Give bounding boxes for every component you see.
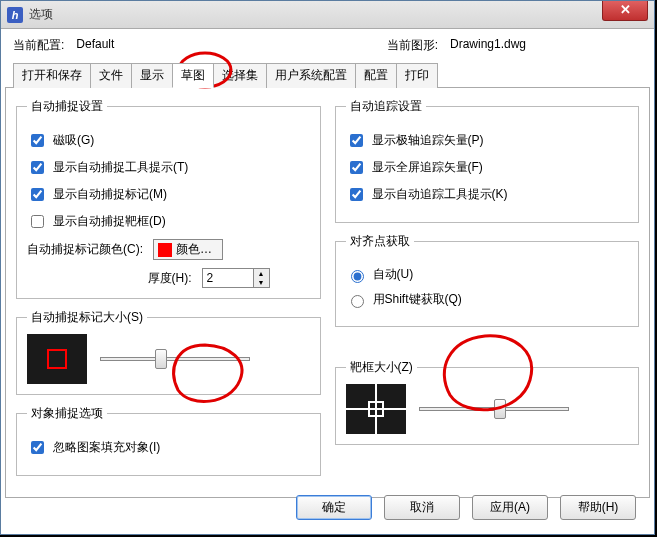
ignore-hatch-checkbox[interactable] xyxy=(31,441,44,454)
current-drawing-label: 当前图形: xyxy=(387,37,438,54)
slider-thumb[interactable] xyxy=(494,399,506,419)
tab-print[interactable]: 打印 xyxy=(396,63,438,88)
autosnap-legend: 自动捕捉设置 xyxy=(27,98,107,115)
track-tooltip-label: 显示自动追踪工具提示(K) xyxy=(372,186,508,203)
cancel-button[interactable]: 取消 xyxy=(384,495,460,520)
right-column: 自动追踪设置 显示极轴追踪矢量(P) 显示全屏追踪矢量(F) 显示自动追踪工具提… xyxy=(335,98,640,487)
tab-file[interactable]: 文件 xyxy=(90,63,132,88)
ok-button[interactable]: 确定 xyxy=(296,495,372,520)
left-column: 自动捕捉设置 磁吸(G) 显示自动捕捉工具提示(T) 显示自动捕捉标记(M) xyxy=(16,98,321,487)
tab-display[interactable]: 显示 xyxy=(131,63,173,88)
align-auto-label: 自动(U) xyxy=(373,266,414,283)
app-icon: h xyxy=(7,7,23,23)
config-row: 当前配置: Default 当前图形: Drawing1.dwg xyxy=(5,33,650,58)
thickness-spinner[interactable]: ▲ ▼ xyxy=(202,268,270,288)
magnet-label: 磁吸(G) xyxy=(53,132,94,149)
fullscreen-track-label: 显示全屏追踪矢量(F) xyxy=(372,159,483,176)
help-button[interactable]: 帮助(H) xyxy=(560,495,636,520)
window-title: 选项 xyxy=(29,6,53,23)
align-auto-radio[interactable] xyxy=(351,270,364,283)
marker-size-slider[interactable] xyxy=(100,349,250,369)
snap-marker-label: 显示自动捕捉标记(M) xyxy=(53,186,167,203)
thickness-input[interactable] xyxy=(203,269,253,287)
snap-tooltip-label: 显示自动捕捉工具提示(T) xyxy=(53,159,188,176)
target-size-slider[interactable] xyxy=(419,399,569,419)
apply-button[interactable]: 应用(A) xyxy=(472,495,548,520)
magnet-checkbox[interactable] xyxy=(31,134,44,147)
snap-aperture-label: 显示自动捕捉靶框(D) xyxy=(53,213,166,230)
align-shift-radio[interactable] xyxy=(351,295,364,308)
align-shift-label: 用Shift键获取(Q) xyxy=(373,291,462,308)
autosnap-group: 自动捕捉设置 磁吸(G) 显示自动捕捉工具提示(T) 显示自动捕捉标记(M) xyxy=(16,98,321,299)
tab-open-save[interactable]: 打开和保存 xyxy=(13,63,91,88)
dialog-buttons: 确定 取消 应用(A) 帮助(H) xyxy=(296,495,636,520)
marker-color-button[interactable]: 颜色… xyxy=(153,239,223,260)
titlebar: h 选项 ✕ xyxy=(1,1,654,29)
slider-thumb[interactable] xyxy=(155,349,167,369)
tab-strip: 打开和保存 文件 显示 草图 选择集 用户系统配置 配置 打印 xyxy=(5,62,650,88)
align-point-legend: 对齐点获取 xyxy=(346,233,414,250)
target-square-icon xyxy=(368,401,384,417)
options-dialog: h 选项 ✕ 当前配置: Default 当前图形: Drawing1.dwg … xyxy=(0,0,655,535)
target-preview xyxy=(346,384,406,434)
tab-sketch[interactable]: 草图 xyxy=(172,63,214,88)
snap-marker-checkbox[interactable] xyxy=(31,188,44,201)
track-tooltip-checkbox[interactable] xyxy=(350,188,363,201)
marker-square-icon xyxy=(47,349,67,369)
align-point-group: 对齐点获取 自动(U) 用Shift键获取(Q) xyxy=(335,233,640,327)
object-snap-legend: 对象捕捉选项 xyxy=(27,405,107,422)
marker-color-text: 颜色… xyxy=(176,241,212,258)
content: 当前配置: Default 当前图形: Drawing1.dwg 打开和保存 文… xyxy=(5,33,650,530)
marker-preview xyxy=(27,334,87,384)
autotrack-group: 自动追踪设置 显示极轴追踪矢量(P) 显示全屏追踪矢量(F) 显示自动追踪工具提… xyxy=(335,98,640,223)
target-size-group: 靶框大小(Z) xyxy=(335,359,640,445)
spin-down-icon[interactable]: ▼ xyxy=(254,278,269,287)
marker-size-legend: 自动捕捉标记大小(S) xyxy=(27,309,147,326)
thickness-label: 厚度(H): xyxy=(148,270,192,287)
tab-user-sys[interactable]: 用户系统配置 xyxy=(266,63,356,88)
ignore-hatch-label: 忽略图案填充对象(I) xyxy=(53,439,160,456)
spin-up-icon[interactable]: ▲ xyxy=(254,269,269,278)
polar-track-checkbox[interactable] xyxy=(350,134,363,147)
close-button[interactable]: ✕ xyxy=(602,1,648,21)
tab-config[interactable]: 配置 xyxy=(355,63,397,88)
marker-color-label: 自动捕捉标记颜色(C): xyxy=(27,241,143,258)
slider-track xyxy=(100,357,250,361)
current-config-label: 当前配置: xyxy=(13,37,64,54)
autotrack-legend: 自动追踪设置 xyxy=(346,98,426,115)
current-drawing-value: Drawing1.dwg xyxy=(450,37,590,54)
snap-tooltip-checkbox[interactable] xyxy=(31,161,44,174)
target-size-legend: 靶框大小(Z) xyxy=(346,359,417,376)
object-snap-group: 对象捕捉选项 忽略图案填充对象(I) xyxy=(16,405,321,476)
polar-track-label: 显示极轴追踪矢量(P) xyxy=(372,132,484,149)
color-swatch-icon xyxy=(158,243,172,257)
current-config-value: Default xyxy=(76,37,216,54)
snap-aperture-checkbox[interactable] xyxy=(31,215,44,228)
fullscreen-track-checkbox[interactable] xyxy=(350,161,363,174)
marker-size-group: 自动捕捉标记大小(S) xyxy=(16,309,321,395)
tab-select-set[interactable]: 选择集 xyxy=(213,63,267,88)
tab-panel: 自动捕捉设置 磁吸(G) 显示自动捕捉工具提示(T) 显示自动捕捉标记(M) xyxy=(5,88,650,498)
